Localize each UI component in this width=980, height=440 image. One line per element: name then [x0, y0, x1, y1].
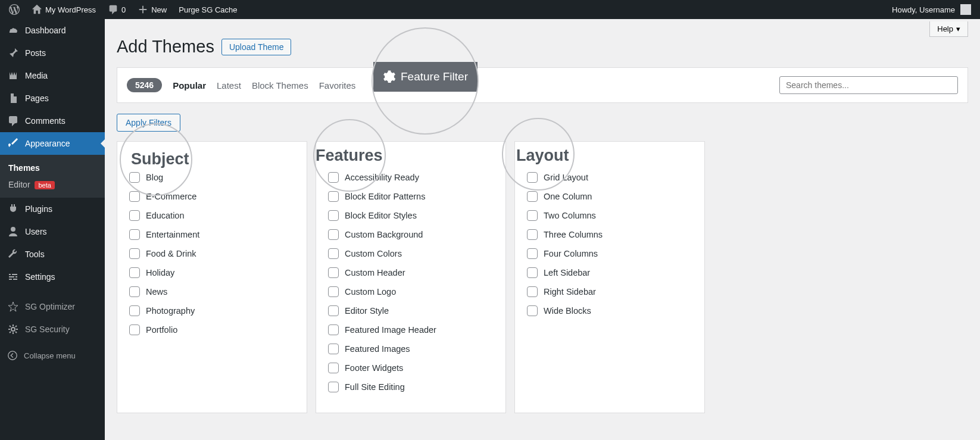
- tab-popular[interactable]: Popular: [173, 80, 206, 91]
- checkbox[interactable]: [328, 248, 339, 259]
- filter-option[interactable]: Featured Image Header: [328, 324, 494, 335]
- filter-option[interactable]: E-Commerce: [129, 191, 295, 202]
- tab-block-themes[interactable]: Block Themes: [252, 80, 308, 91]
- sidebar-item-plugins[interactable]: Plugins: [0, 198, 105, 220]
- checkbox[interactable]: [129, 305, 140, 316]
- checkbox[interactable]: [129, 229, 140, 240]
- comment-icon: [7, 115, 19, 127]
- filter-option[interactable]: Full Site Editing: [328, 382, 494, 392]
- checkbox[interactable]: [328, 382, 339, 392]
- filter-option[interactable]: Entertainment: [129, 229, 295, 240]
- filter-option-label: Photography: [146, 306, 195, 316]
- home-icon: [32, 4, 42, 15]
- checkbox[interactable]: [129, 172, 140, 183]
- submenu-themes[interactable]: Themes: [0, 160, 105, 176]
- filter-option[interactable]: Custom Background: [328, 229, 494, 240]
- sidebar-item-tools[interactable]: Tools: [0, 243, 105, 266]
- filter-option[interactable]: Block Editor Patterns: [328, 191, 494, 202]
- checkbox[interactable]: [328, 363, 339, 373]
- checkbox[interactable]: [527, 172, 538, 183]
- checkbox[interactable]: [527, 286, 538, 297]
- checkbox[interactable]: [527, 267, 538, 278]
- new-link[interactable]: New: [133, 0, 171, 19]
- filter-option-label: Grid Layout: [544, 173, 588, 182]
- tab-latest[interactable]: Latest: [217, 80, 241, 91]
- sidebar-item-pages[interactable]: Pages: [0, 87, 105, 110]
- collapse-menu[interactable]: Collapse menu: [0, 344, 105, 367]
- checkbox[interactable]: [328, 286, 339, 297]
- checkbox[interactable]: [527, 248, 538, 259]
- filter-option[interactable]: Four Columns: [527, 248, 692, 259]
- sidebar-item-posts[interactable]: Posts: [0, 42, 105, 64]
- checkbox[interactable]: [328, 324, 339, 335]
- filter-option[interactable]: Custom Header: [328, 267, 494, 278]
- purge-cache-link[interactable]: Purge SG Cache: [174, 0, 241, 19]
- filter-option[interactable]: Three Columns: [527, 229, 692, 240]
- checkbox[interactable]: [527, 305, 538, 316]
- admin-toolbar: My WordPress 0 New Purge SG Cache Howdy,…: [0, 0, 980, 19]
- filter-option[interactable]: Left Sidebar: [527, 267, 692, 278]
- sidebar-item-sg-optimizer[interactable]: SG Optimizer: [0, 295, 105, 318]
- sidebar-item-settings[interactable]: Settings: [0, 266, 105, 288]
- plus-icon: [138, 4, 148, 15]
- filter-option-label: Full Site Editing: [345, 382, 405, 392]
- filter-col-subject: Subject BlogE-CommerceEducationEntertain…: [117, 141, 307, 413]
- checkbox[interactable]: [328, 191, 339, 202]
- help-tab[interactable]: Help ▾: [929, 21, 968, 37]
- howdy-link[interactable]: Howdy, Username: [888, 0, 975, 19]
- checkbox[interactable]: [129, 210, 140, 221]
- filter-option-label: Custom Colors: [345, 249, 402, 258]
- filter-option[interactable]: One Column: [527, 191, 692, 202]
- wp-logo-link[interactable]: [5, 0, 24, 19]
- upload-theme-button[interactable]: Upload Theme: [221, 39, 292, 55]
- checkbox[interactable]: [328, 305, 339, 316]
- filter-option[interactable]: News: [129, 286, 295, 297]
- submenu-editor[interactable]: Editor beta: [0, 176, 105, 193]
- appearance-submenu: Themes Editor beta: [0, 155, 105, 198]
- sidebar-item-appearance[interactable]: Appearance: [0, 132, 105, 155]
- filter-option[interactable]: Editor Style: [328, 305, 494, 316]
- filter-option[interactable]: Holiday: [129, 267, 295, 278]
- filter-option[interactable]: Education: [129, 210, 295, 221]
- feature-filter-button[interactable]: Feature Filter: [373, 62, 477, 92]
- filter-option[interactable]: Blog: [129, 172, 295, 183]
- checkbox[interactable]: [129, 191, 140, 202]
- checkbox[interactable]: [129, 286, 140, 297]
- filter-option[interactable]: Food & Drink: [129, 248, 295, 259]
- checkbox[interactable]: [129, 267, 140, 278]
- sidebar-item-users[interactable]: Users: [0, 220, 105, 243]
- checkbox[interactable]: [527, 229, 538, 240]
- checkbox[interactable]: [328, 229, 339, 240]
- filter-option[interactable]: Featured Images: [328, 344, 494, 354]
- filter-option-label: Accessibility Ready: [345, 173, 419, 182]
- sidebar-item-media[interactable]: Media: [0, 64, 105, 87]
- checkbox[interactable]: [328, 267, 339, 278]
- apply-filters-button[interactable]: Apply Filters: [117, 114, 180, 132]
- sidebar-item-sg-security[interactable]: SG Security: [0, 318, 105, 341]
- site-link[interactable]: My WordPress: [27, 0, 100, 19]
- checkbox[interactable]: [328, 344, 339, 354]
- tab-favorites[interactable]: Favorites: [319, 80, 356, 91]
- filter-option[interactable]: Right Sidebar: [527, 286, 692, 297]
- filter-option[interactable]: Accessibility Ready: [328, 172, 494, 183]
- filter-option[interactable]: Two Columns: [527, 210, 692, 221]
- filter-option[interactable]: Portfolio: [129, 324, 295, 335]
- checkbox[interactable]: [527, 191, 538, 202]
- gear-icon: [7, 323, 19, 335]
- search-input[interactable]: [779, 76, 958, 94]
- filter-option[interactable]: Wide Blocks: [527, 305, 692, 316]
- checkbox[interactable]: [527, 210, 538, 221]
- checkbox[interactable]: [328, 210, 339, 221]
- filter-option[interactable]: Custom Colors: [328, 248, 494, 259]
- filter-option[interactable]: Footer Widgets: [328, 363, 494, 373]
- comments-link[interactable]: 0: [104, 0, 130, 19]
- filter-option[interactable]: Custom Logo: [328, 286, 494, 297]
- filter-option[interactable]: Photography: [129, 305, 295, 316]
- checkbox[interactable]: [129, 324, 140, 335]
- filter-option[interactable]: Grid Layout: [527, 172, 692, 183]
- sidebar-item-dashboard[interactable]: Dashboard: [0, 19, 105, 42]
- sidebar-item-comments[interactable]: Comments: [0, 110, 105, 132]
- filter-option[interactable]: Block Editor Styles: [328, 210, 494, 221]
- checkbox[interactable]: [129, 248, 140, 259]
- checkbox[interactable]: [328, 172, 339, 183]
